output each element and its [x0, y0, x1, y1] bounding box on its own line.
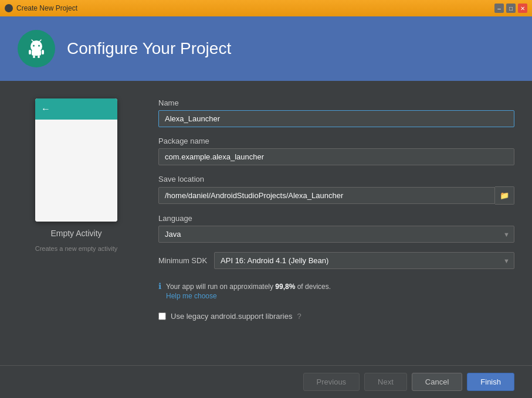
- activity-type-label: Empty Activity: [50, 229, 101, 238]
- app-icon: [5, 4, 13, 12]
- legacy-checkbox-row: Use legacy android.support libraries ?: [158, 312, 514, 321]
- main-content: Configure Your Project ← Empty Activity …: [0, 16, 532, 398]
- finish-button[interactable]: Finish: [467, 373, 514, 391]
- folder-icon: 📁: [500, 191, 509, 200]
- body-area: ← Empty Activity Creates a new empty act…: [0, 81, 532, 365]
- svg-line-3: [32, 40, 33, 42]
- title-bar-text: Create New Project: [16, 4, 77, 12]
- minsdk-row: Minimum SDK API 16: Android 4.1 (Jelly B…: [158, 252, 514, 269]
- language-label: Language: [158, 214, 514, 223]
- footer: Previous Next Cancel Finish: [0, 365, 532, 398]
- sdk-info-text: Your app will run on approximately 99,8%…: [166, 283, 331, 291]
- sdk-info-box: ℹ Your app will run on approximately 99,…: [158, 281, 514, 300]
- minimize-button[interactable]: –: [494, 4, 504, 13]
- package-label: Package name: [158, 137, 514, 145]
- info-circle-icon: ℹ: [158, 281, 161, 291]
- phone-toolbar: ←: [35, 98, 117, 120]
- back-arrow-icon: ←: [41, 104, 50, 114]
- name-input[interactable]: [158, 110, 514, 127]
- android-studio-logo-icon: [26, 38, 47, 59]
- question-mark-icon[interactable]: ?: [297, 312, 301, 321]
- header-logo: [18, 30, 55, 67]
- info-prefix: Your app will run on approximately: [166, 283, 275, 291]
- close-button[interactable]: ✕: [518, 4, 527, 13]
- saveloc-group: Save location 📁: [158, 175, 514, 205]
- legacy-checkbox[interactable]: [158, 312, 166, 320]
- svg-rect-7: [42, 50, 44, 55]
- package-input[interactable]: [158, 148, 514, 165]
- svg-rect-8: [33, 56, 35, 58]
- saveloc-input-row: 📁: [158, 186, 514, 205]
- cancel-button[interactable]: Cancel: [412, 373, 462, 391]
- package-group: Package name: [158, 137, 514, 165]
- info-suffix: of devices.: [295, 283, 331, 291]
- previous-button[interactable]: Previous: [303, 373, 360, 391]
- preview-panel: ← Empty Activity Creates a new empty act…: [18, 98, 135, 348]
- minsdk-select-wrapper: API 16: Android 4.1 (Jelly Bean) API 17:…: [214, 252, 514, 269]
- svg-rect-5: [32, 50, 41, 56]
- minsdk-label: Minimum SDK: [158, 256, 207, 265]
- language-group: Language Java Kotlin ▼: [158, 214, 514, 243]
- language-select-wrapper: Java Kotlin ▼: [158, 226, 514, 243]
- title-bar-left: Create New Project: [5, 4, 77, 12]
- minsdk-select[interactable]: API 16: Android 4.1 (Jelly Bean) API 17:…: [214, 252, 514, 269]
- language-select[interactable]: Java Kotlin: [158, 226, 514, 243]
- name-group: Name: [158, 98, 514, 127]
- svg-point-1: [33, 45, 35, 47]
- sdk-info-content: Your app will run on approximately 99,8%…: [166, 281, 331, 300]
- next-button[interactable]: Next: [364, 373, 407, 391]
- title-bar: Create New Project – □ ✕: [0, 0, 532, 16]
- header: Configure Your Project: [0, 16, 532, 81]
- phone-preview: ←: [35, 98, 117, 222]
- help-me-choose-link[interactable]: Help me choose: [166, 292, 331, 300]
- svg-rect-9: [38, 56, 40, 58]
- name-label: Name: [158, 98, 514, 107]
- page-title: Configure Your Project: [67, 39, 231, 58]
- info-percent: 99,8%: [275, 283, 295, 291]
- phone-body: [35, 120, 117, 222]
- svg-point-2: [38, 45, 40, 47]
- saveloc-label: Save location: [158, 175, 514, 183]
- activity-description: Creates a new empty activity: [35, 245, 118, 252]
- saveloc-input[interactable]: [158, 187, 495, 204]
- maximize-button[interactable]: □: [506, 4, 516, 13]
- title-bar-controls: – □ ✕: [494, 4, 527, 13]
- folder-browse-button[interactable]: 📁: [495, 186, 514, 205]
- legacy-checkbox-label: Use legacy android.support libraries: [171, 312, 292, 321]
- svg-rect-6: [29, 50, 31, 55]
- svg-line-4: [39, 40, 41, 42]
- form-panel: Name Package name Save location 📁: [158, 98, 514, 348]
